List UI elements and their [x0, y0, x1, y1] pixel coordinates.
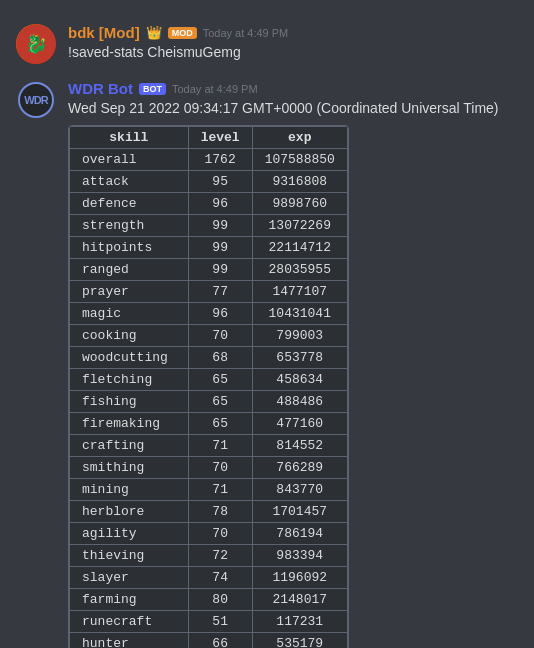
table-row: crafting71814552 — [70, 434, 348, 456]
exp-cell: 2148017 — [252, 588, 347, 610]
level-cell: 70 — [188, 522, 252, 544]
table-row: mining71843770 — [70, 478, 348, 500]
table-row: herblore781701457 — [70, 500, 348, 522]
table-row: strength9913072269 — [70, 214, 348, 236]
header-skill: skill — [70, 126, 189, 148]
table-row: fishing65488486 — [70, 390, 348, 412]
skill-cell: smithing — [70, 456, 189, 478]
skill-cell: thieving — [70, 544, 189, 566]
table-row: farming802148017 — [70, 588, 348, 610]
table-row: runecraft51117231 — [70, 610, 348, 632]
wdr-message-header: WDR Bot BOT Today at 4:49 PM — [68, 80, 518, 97]
stats-table-container: skill level exp overall1762107588850atta… — [68, 125, 349, 648]
wdr-avatar: WDR — [16, 80, 56, 120]
table-row: thieving72983394 — [70, 544, 348, 566]
table-row: defence969898760 — [70, 192, 348, 214]
bdk-message-content: bdk [Mod] 👑 Mod Today at 4:49 PM !saved-… — [68, 24, 518, 64]
skill-cell: woodcutting — [70, 346, 189, 368]
exp-cell: 117231 — [252, 610, 347, 632]
exp-cell: 9316808 — [252, 170, 347, 192]
skill-cell: herblore — [70, 500, 189, 522]
skill-cell: mining — [70, 478, 189, 500]
level-cell: 68 — [188, 346, 252, 368]
skill-cell: cooking — [70, 324, 189, 346]
level-cell: 99 — [188, 258, 252, 280]
skill-cell: prayer — [70, 280, 189, 302]
level-cell: 65 — [188, 368, 252, 390]
level-cell: 77 — [188, 280, 252, 302]
level-cell: 70 — [188, 324, 252, 346]
skill-cell: firemaking — [70, 412, 189, 434]
bdk-message-text: !saved-stats CheismuGemg — [68, 43, 518, 63]
table-header-row: skill level exp — [70, 126, 348, 148]
table-row: hitpoints9922114712 — [70, 236, 348, 258]
level-cell: 71 — [188, 478, 252, 500]
level-cell: 65 — [188, 390, 252, 412]
level-cell: 65 — [188, 412, 252, 434]
skill-cell: crafting — [70, 434, 189, 456]
wdr-username: WDR Bot — [68, 80, 133, 97]
skill-cell: farming — [70, 588, 189, 610]
wdr-message-group: WDR WDR Bot BOT Today at 4:49 PM Wed Sep… — [0, 72, 534, 648]
level-cell: 78 — [188, 500, 252, 522]
table-row: ranged9928035955 — [70, 258, 348, 280]
exp-cell: 9898760 — [252, 192, 347, 214]
skill-cell: fishing — [70, 390, 189, 412]
table-row: hunter66535179 — [70, 632, 348, 648]
table-row: agility70786194 — [70, 522, 348, 544]
level-cell: 96 — [188, 192, 252, 214]
skill-cell: ranged — [70, 258, 189, 280]
exp-cell: 488486 — [252, 390, 347, 412]
stats-table: skill level exp overall1762107588850atta… — [69, 126, 348, 648]
bdk-message-group: 🐉 bdk [Mod] 👑 Mod Today at 4:49 PM !save… — [0, 16, 534, 72]
skill-cell: strength — [70, 214, 189, 236]
exp-cell: 843770 — [252, 478, 347, 500]
header-level: level — [188, 126, 252, 148]
exp-cell: 1477107 — [252, 280, 347, 302]
level-cell: 70 — [188, 456, 252, 478]
level-cell: 1762 — [188, 148, 252, 170]
bdk-avatar: 🐉 — [16, 24, 56, 64]
exp-cell: 10431041 — [252, 302, 347, 324]
level-cell: 80 — [188, 588, 252, 610]
crown-icon: 👑 — [146, 25, 162, 40]
bot-badge: BOT — [139, 83, 166, 95]
table-row: fletching65458634 — [70, 368, 348, 390]
exp-cell: 786194 — [252, 522, 347, 544]
level-cell: 66 — [188, 632, 252, 648]
level-cell: 99 — [188, 214, 252, 236]
header-exp: exp — [252, 126, 347, 148]
bdk-message-header: bdk [Mod] 👑 Mod Today at 4:49 PM — [68, 24, 518, 41]
exp-cell: 477160 — [252, 412, 347, 434]
skill-cell: defence — [70, 192, 189, 214]
skill-cell: runecraft — [70, 610, 189, 632]
exp-cell: 983394 — [252, 544, 347, 566]
exp-cell: 107588850 — [252, 148, 347, 170]
exp-cell: 1196092 — [252, 566, 347, 588]
table-row: woodcutting68653778 — [70, 346, 348, 368]
wdr-subtitle: Wed Sep 21 2022 09:34:17 GMT+0000 (Coord… — [68, 99, 518, 119]
exp-cell: 814552 — [252, 434, 347, 456]
exp-cell: 766289 — [252, 456, 347, 478]
table-row: slayer741196092 — [70, 566, 348, 588]
level-cell: 71 — [188, 434, 252, 456]
skill-cell: slayer — [70, 566, 189, 588]
skill-cell: fletching — [70, 368, 189, 390]
table-row: cooking70799003 — [70, 324, 348, 346]
table-row: attack959316808 — [70, 170, 348, 192]
bdk-username: bdk [Mod] — [68, 24, 140, 41]
table-row: overall1762107588850 — [70, 148, 348, 170]
skill-cell: attack — [70, 170, 189, 192]
skill-cell: overall — [70, 148, 189, 170]
exp-cell: 458634 — [252, 368, 347, 390]
exp-cell: 22114712 — [252, 236, 347, 258]
level-cell: 95 — [188, 170, 252, 192]
bdk-timestamp: Today at 4:49 PM — [203, 27, 289, 39]
level-cell: 72 — [188, 544, 252, 566]
level-cell: 99 — [188, 236, 252, 258]
wdr-logo: WDR — [18, 82, 54, 118]
skill-cell: hunter — [70, 632, 189, 648]
table-row: magic9610431041 — [70, 302, 348, 324]
level-cell: 96 — [188, 302, 252, 324]
table-row: firemaking65477160 — [70, 412, 348, 434]
